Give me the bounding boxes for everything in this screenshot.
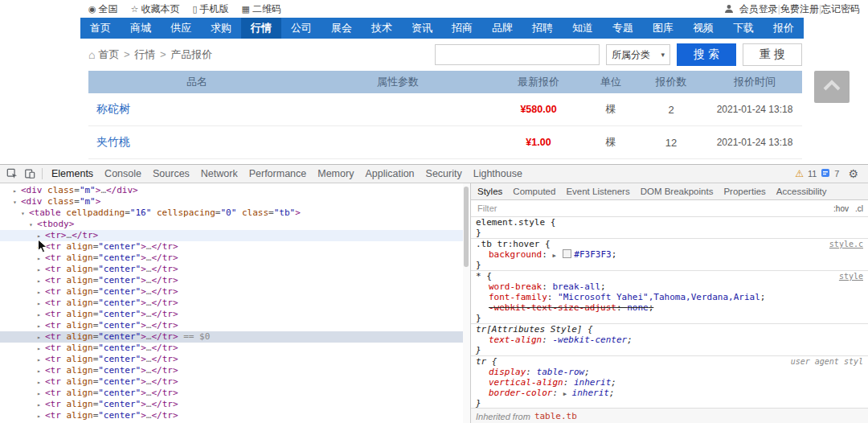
twisty-icon[interactable]: ▾ — [29, 220, 37, 231]
dom-tree-node[interactable]: ▸<tr align="center">…</tr> — [0, 241, 470, 253]
topbar-item[interactable]: ▦二维码 — [242, 2, 281, 16]
nav-item[interactable]: 知道 — [563, 18, 603, 39]
css-property[interactable]: border-color: ▶ inherit; — [476, 388, 863, 398]
rule-selector[interactable]: tr[Attributes Style] { — [476, 324, 593, 335]
twisty-icon[interactable]: ▸ — [37, 343, 45, 355]
scrollbar-thumb[interactable] — [464, 187, 469, 267]
twisty-icon[interactable]: ▸ — [37, 366, 45, 377]
scrollbar[interactable] — [463, 183, 470, 423]
css-property[interactable]: -webkit-text-size-adjust: none; — [476, 302, 863, 313]
nav-item[interactable]: 技术 — [362, 18, 402, 39]
topbar-link[interactable]: 忘记密码 — [821, 3, 860, 14]
expand-arrow-icon[interactable]: ▶ — [563, 391, 567, 397]
devtools-tab-memory[interactable]: Memory — [312, 165, 359, 183]
nav-item[interactable]: 供应 — [161, 18, 201, 39]
twisty-icon[interactable]: ▸ — [37, 388, 45, 400]
twisty-icon[interactable]: ▸ — [37, 411, 45, 422]
breadcrumb-item[interactable]: 首页 — [98, 48, 119, 60]
rule-selector[interactable]: element.style { — [476, 217, 555, 228]
quote-row[interactable]: 称砣树¥580.00棵22021-01-24 13:18 — [88, 93, 802, 126]
warning-icon[interactable]: ⚠ — [795, 168, 804, 179]
color-swatch-icon[interactable] — [563, 249, 571, 258]
dom-tree-node[interactable]: ▸<div class="m">…</div> — [0, 185, 470, 196]
dom-tree-node[interactable]: ▸<tr align="center">…</tr> — [0, 275, 470, 286]
twisty-icon[interactable]: ▾ — [13, 197, 21, 208]
devtools-tab-console[interactable]: Console — [99, 165, 147, 183]
twisty-icon[interactable]: ▸ — [37, 400, 45, 411]
topbar-link[interactable]: 会员登录 — [739, 3, 778, 14]
devtools-tab-lighthouse[interactable]: Lighthouse — [468, 165, 528, 183]
nav-item[interactable]: 专题 — [603, 18, 643, 39]
dom-tree-node[interactable]: ▸<tr align="center">…</tr> — [0, 399, 470, 410]
devtools-tab-performance[interactable]: Performance — [244, 165, 313, 183]
devtools-tab-elements[interactable]: Elements — [46, 165, 99, 183]
dom-tree-node[interactable]: ▸<tr align="center">…</tr> — [0, 343, 470, 354]
styles-tab-accessibility[interactable]: Accessibility — [776, 187, 827, 196]
search-button[interactable]: 搜 索 — [677, 43, 736, 66]
topbar-link[interactable]: 免费注册 — [780, 3, 819, 14]
dom-tree-node[interactable]: ▸<tr align="center">…</tr> — [0, 264, 470, 275]
dom-tree-node[interactable]: ▾<table cellpadding="16" cellspacing="0"… — [0, 207, 470, 219]
devtools-tab-sources[interactable]: Sources — [147, 165, 195, 183]
nav-item[interactable]: 公司 — [281, 18, 321, 39]
dom-tree-node[interactable]: ▸<tr align="center">…</tr> — [0, 388, 470, 399]
twisty-icon[interactable]: ▸ — [37, 253, 45, 265]
rule-selector[interactable]: tr { — [476, 356, 497, 367]
cls-toggle[interactable]: .cl — [855, 204, 863, 213]
devtools-tab-network[interactable]: Network — [195, 165, 244, 183]
twisty-icon[interactable]: ▸ — [37, 332, 45, 343]
dom-tree-node[interactable]: ▸<tr align="center">…</tr> — [0, 365, 470, 376]
twisty-icon[interactable]: ▸ — [37, 242, 45, 253]
settings-gear-icon[interactable]: ⚙ — [848, 167, 858, 180]
hov-toggle[interactable]: :hov — [833, 204, 849, 213]
twisty-icon[interactable]: ▸ — [37, 265, 45, 276]
nav-item[interactable]: 求购 — [201, 18, 241, 39]
nav-item[interactable]: 招聘 — [522, 18, 563, 39]
product-name-link[interactable]: 称砣树 — [88, 93, 305, 125]
dom-tree-node[interactable]: ▾<div class="m"> — [0, 196, 470, 207]
twisty-icon[interactable]: ▸ — [37, 287, 45, 298]
dom-tree-node[interactable]: ▸<tr>…</tr> — [0, 230, 470, 241]
dom-tree-node[interactable]: ▸<tr align="center">…</tr> — [0, 309, 470, 320]
twisty-icon[interactable]: ▸ — [37, 276, 45, 287]
dom-tree-node[interactable]: ▸<tr align="center">…</tr> — [0, 376, 470, 388]
stylesheet-link[interactable]: style — [839, 271, 863, 281]
stylesheet-link[interactable]: style.c — [829, 239, 863, 249]
twisty-icon[interactable]: ▸ — [37, 298, 45, 310]
nav-item[interactable]: 展会 — [321, 18, 362, 39]
styles-tab-styles[interactable]: Styles — [477, 187, 502, 196]
topbar-item[interactable]: ▯手机版 — [192, 2, 228, 16]
topbar-item[interactable]: ☆收藏本页 — [131, 2, 180, 16]
topbar-item[interactable]: ◉全国 — [88, 2, 118, 16]
dom-tree-node[interactable]: ▾<tbody> — [0, 219, 470, 230]
dom-tree-node[interactable]: ▸<tr align="center">…</tr> — [0, 410, 470, 421]
nav-item[interactable]: 商城 — [121, 18, 161, 39]
back-to-top-button[interactable] — [814, 71, 850, 103]
nav-item[interactable]: 图库 — [643, 18, 683, 39]
dom-tree-node[interactable]: ▸<tr align="center">…</tr> — [0, 320, 470, 331]
dom-tree-node[interactable]: ▸<tr align="center">…</tr> — [0, 354, 470, 365]
nav-item[interactable]: 资讯 — [402, 18, 442, 39]
styles-tab-event-listeners[interactable]: Event Listeners — [566, 187, 629, 196]
inspect-icon[interactable] — [3, 166, 21, 181]
twisty-icon[interactable]: ▸ — [37, 377, 45, 388]
twisty-icon[interactable]: ▸ — [13, 186, 21, 197]
nav-item[interactable]: 下载 — [723, 18, 764, 39]
dom-tree-node[interactable]: ▸<tr align="center">…</tr> — [0, 253, 470, 264]
nav-item[interactable]: 报价 — [764, 18, 804, 39]
devtools-tab-security[interactable]: Security — [420, 165, 468, 183]
styles-tab-dom-breakpoints[interactable]: DOM Breakpoints — [641, 187, 714, 196]
rule-selector[interactable]: * { — [476, 271, 492, 281]
product-name-link[interactable]: 夹竹桃 — [88, 126, 305, 158]
nav-item[interactable]: 视频 — [683, 18, 723, 39]
styles-filter-input[interactable] — [476, 203, 827, 214]
twisty-icon[interactable]: ▸ — [37, 310, 45, 321]
dom-tree-node[interactable]: ▸<tr align="center">…</tr> == $0 — [0, 331, 470, 343]
twisty-icon[interactable]: ▾ — [21, 208, 29, 220]
css-property[interactable]: font-family: "Microsoft Yahei",Tahoma,Ve… — [476, 292, 863, 302]
expand-arrow-icon[interactable]: ▶ — [552, 253, 555, 259]
rule-selector[interactable]: .tb tr:hover { — [476, 239, 551, 249]
inherited-target-link[interactable]: table.tb — [534, 411, 577, 421]
nav-item[interactable]: 招商 — [442, 18, 482, 39]
nav-item[interactable]: 品牌 — [482, 18, 522, 39]
